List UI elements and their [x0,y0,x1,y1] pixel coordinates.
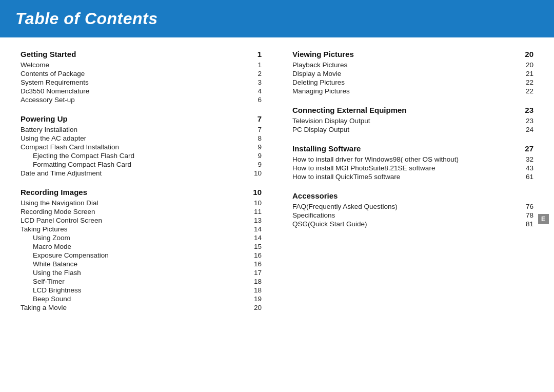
section-title-getting-started: Getting Started 1 [21,50,262,58]
section-label: Installing Software [292,144,361,153]
section-title-viewing-pictures: Viewing Pictures 20 [292,50,533,58]
section-label: Recording Images [21,188,87,197]
section-page: 10 [246,188,262,197]
section-page: 20 [518,50,533,58]
page-title: Table of Contents [15,9,539,28]
toc-item: Taking Pictures 14 [21,225,262,233]
toc-item: Date and Time Adjustment 10 [21,169,262,178]
header: Table of Contents [0,0,554,37]
toc-item: Welcome 1 [21,61,262,69]
section-title-accessories: Accessories [292,191,533,200]
section-label: Viewing Pictures [292,50,354,58]
section-title-installing-software: Installing Software 27 [292,144,533,153]
section-label: Powering Up [21,114,68,123]
toc-item: System Requirements 3 [21,78,262,87]
section-title-powering-up: Powering Up 7 [21,114,262,123]
toc-item: Ejecting the Compact Flash Card 9 [21,151,262,160]
toc-item: Using Zoom 14 [21,233,262,242]
toc-item: Self-Timer 18 [21,277,262,286]
toc-item: QSG(Quick Start Guide) 81 [292,220,533,228]
toc-item: FAQ(Frequently Asked Questions) 76 [292,202,533,211]
section-viewing-pictures: Viewing Pictures 20 Playback Pictures 20… [292,50,533,95]
toc-item: Accessory Set-up 6 [21,95,262,104]
toc-item: Display a Movie 21 [292,69,533,78]
sidebar-e-label: E [538,214,549,224]
toc-item: How to install MGI PhotoSuite8.21SE soft… [292,164,533,172]
section-page: 27 [518,144,533,153]
section-powering-up: Powering Up 7 Battery Installation 7 Usi… [21,114,262,178]
toc-item: Dc3550 Nomenclature 4 [21,87,262,95]
toc-item: Beep Sound 19 [21,295,262,303]
section-label: Getting Started [21,50,76,58]
section-connecting-external: Connecting External Equipmen 23 Televisi… [292,106,533,134]
toc-item: Playback Pictures 20 [292,61,533,69]
toc-item: Recording Mode Screen 11 [21,207,262,216]
toc-item: Formatting Compact Flash Card 9 [21,160,262,169]
section-getting-started: Getting Started 1 Welcome 1 Contents of … [21,50,262,104]
toc-item: How to install QuickTime5 software 61 [292,172,533,181]
toc-item: PC Display Output 24 [292,125,533,134]
toc-item: Taking a Movie 20 [21,303,262,312]
toc-item: Contents of Package 2 [21,69,262,78]
section-page: 23 [518,106,533,114]
section-recording-images: Recording Images 10 Using the Navigation… [21,188,262,312]
toc-item: LCD Brightness 18 [21,286,262,295]
toc-item: White Balance 16 [21,260,262,268]
toc-item: Managing Pictures 22 [292,87,533,95]
toc-item: Television Display Output 23 [292,116,533,125]
toc-item: Using the Flash 17 [21,268,262,277]
toc-item: LCD Panel Control Screen 13 [21,216,262,225]
toc-item: Battery Installation 7 [21,125,262,134]
section-installing-software: Installing Software 27 How to install dr… [292,144,533,181]
right-column: Viewing Pictures 20 Playback Pictures 20… [277,50,533,322]
toc-item: Deleting Pictures 22 [292,78,533,87]
section-title-connecting-external: Connecting External Equipmen 23 [292,106,533,114]
toc-item: Using the AC adapter 8 [21,134,262,143]
section-label: Accessories [292,191,338,200]
toc-item: Compact Flash Card Installation 9 [21,143,262,151]
toc-item: Exposure Compensation 16 [21,251,262,260]
left-column: Getting Started 1 Welcome 1 Contents of … [21,50,277,322]
section-page: 1 [246,50,262,58]
toc-item: Using the Navigation Dial 10 [21,199,262,207]
toc-item: How to install driver for Windows98( oth… [292,155,533,164]
toc-item: Specifications 78 [292,211,533,220]
section-label: Connecting External Equipmen [292,106,407,114]
section-accessories: Accessories FAQ(Frequently Asked Questio… [292,191,533,228]
section-page: 7 [246,114,262,123]
toc-item: Macro Mode 15 [21,242,262,251]
section-title-recording-images: Recording Images 10 [21,188,262,197]
